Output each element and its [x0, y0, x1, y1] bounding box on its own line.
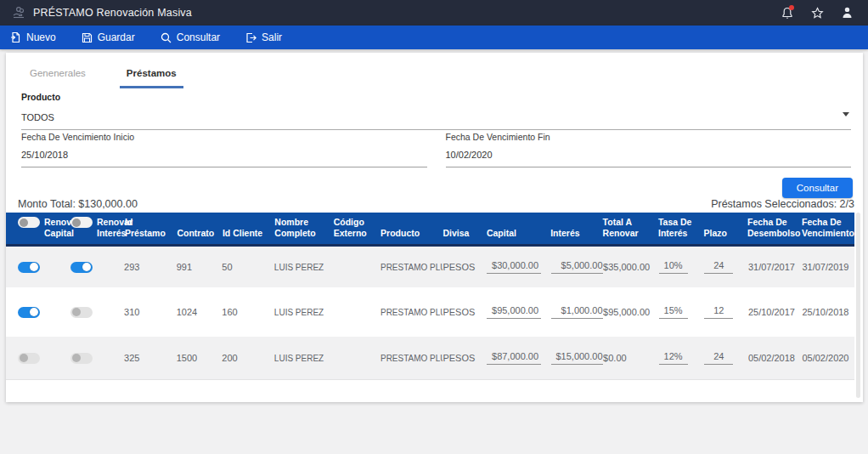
guardar-label: Guardar: [98, 31, 135, 43]
tab-generales[interactable]: Genenerales: [23, 66, 93, 88]
header-divisa: Divisa: [442, 228, 487, 239]
plazo-input[interactable]: 24: [704, 351, 733, 365]
contrato-cell: 991: [177, 262, 223, 272]
capital-input[interactable]: $95,000.00: [487, 305, 541, 319]
renovar-interes-toggle[interactable]: [70, 353, 93, 364]
renovar-capital-all-toggle[interactable]: [18, 217, 40, 228]
fecha-inicio-input[interactable]: Fecha De Vencimiento Inicio 25/10/2018: [21, 132, 427, 167]
user-icon[interactable]: [837, 4, 856, 21]
guardar-button[interactable]: Guardar: [82, 31, 135, 43]
header-renovar-interes: Renovar Interés: [70, 217, 125, 239]
header-id-prestamo: Id Préstamo: [125, 217, 177, 239]
renovar-interes-all-toggle[interactable]: [70, 217, 93, 228]
header-fecha-desembolso: Fecha De Desembolso: [747, 217, 802, 239]
id-prestamo-cell: 293: [124, 262, 177, 272]
table-row: 310 1024 160 LUIS PEREZ PRESTAMO PLUS PE…: [6, 287, 854, 337]
producto-value: TODOS: [21, 112, 54, 122]
main-panel: Genenerales Préstamos Producto TODOS Fec…: [6, 53, 863, 402]
bell-icon[interactable]: [778, 4, 797, 21]
nombre-completo-cell: LUIS PEREZ: [274, 354, 334, 363]
fecha-vencimiento-cell: 05/02/2020: [802, 353, 854, 363]
header-renovar-capital: Renovar Capital: [18, 217, 70, 239]
salir-label: Salir: [262, 31, 282, 43]
producto-select[interactable]: TODOS: [21, 102, 851, 130]
contrato-cell: 1024: [177, 307, 223, 317]
loan-hand-icon: [12, 6, 25, 20]
renovar-capital-toggle[interactable]: [18, 262, 40, 273]
divisa-cell: PESOS: [442, 262, 487, 272]
consultar-button[interactable]: Consultar: [782, 178, 853, 198]
fecha-inicio-label: Fecha De Vencimiento Inicio: [21, 132, 427, 142]
save-icon: [82, 32, 93, 43]
fecha-fin-input[interactable]: Fecha De Vencimiento Fin 10/02/2020: [446, 132, 852, 167]
interes-input[interactable]: $1,000.00: [551, 305, 604, 319]
new-document-icon: [10, 31, 21, 43]
fecha-vencimiento-cell: 25/10/2018: [802, 307, 854, 317]
consultar-toolbar-button[interactable]: Consultar: [161, 31, 220, 43]
app-title: PRÉSTAMO Renovación Masiva: [33, 7, 192, 19]
tasa-interes-input[interactable]: 15%: [659, 305, 688, 319]
header-total-a-renovar: Total A Renovar: [603, 217, 658, 239]
id-prestamo-cell: 310: [124, 307, 177, 317]
header-interes: Interés: [550, 228, 602, 239]
renovar-capital-toggle[interactable]: [18, 307, 40, 318]
tab-bar: Genenerales Préstamos: [6, 53, 863, 88]
nuevo-label: Nuevo: [26, 31, 56, 43]
id-cliente-cell: 200: [222, 353, 274, 363]
salir-button[interactable]: Salir: [245, 31, 282, 43]
producto-cell: PRESTAMO PLUS: [380, 354, 442, 363]
header-codigo-externo: Código Externo: [334, 217, 380, 239]
table-header-row: Renovar Capital Renovar Interés Id Prést…: [6, 213, 854, 247]
id-cliente-cell: 50: [222, 262, 274, 272]
prestamos-seleccionados: Préstamos Seleccionados: 2/3: [711, 198, 854, 210]
table-row: 325 1500 200 LUIS PEREZ PRESTAMO PLUS PE…: [6, 337, 854, 379]
consultar-toolbar-label: Consultar: [177, 31, 220, 43]
id-cliente-cell: 160: [222, 307, 274, 317]
monto-total: Monto Total: $130,000.00: [18, 198, 138, 210]
fecha-desembolso-cell: 25/10/2017: [748, 307, 803, 317]
capital-input[interactable]: $87,000.00: [487, 351, 541, 365]
notification-dot: [789, 5, 794, 10]
plazo-input[interactable]: 12: [704, 305, 733, 319]
nombre-completo-cell: LUIS PEREZ: [274, 263, 334, 272]
divisa-cell: PESOS: [442, 307, 487, 317]
id-prestamo-cell: 325: [124, 353, 177, 363]
title-bar: PRÉSTAMO Renovación Masiva: [0, 0, 868, 26]
table-body: 293 991 50 LUIS PEREZ PRESTAMO PLUS PESO…: [6, 247, 854, 380]
header-tasa-de-interes: Tasa De Interés: [658, 217, 704, 239]
tasa-interes-input[interactable]: 12%: [659, 351, 688, 365]
producto-label: Producto: [21, 92, 851, 102]
fecha-inicio-value: 25/10/2018: [21, 150, 427, 160]
table-row: 293 991 50 LUIS PEREZ PRESTAMO PLUS PESO…: [6, 247, 854, 287]
nuevo-button[interactable]: Nuevo: [10, 31, 56, 43]
tab-prestamos[interactable]: Préstamos: [120, 66, 183, 88]
capital-input[interactable]: $30,000.00: [487, 260, 541, 274]
header-producto: Producto: [380, 228, 442, 239]
table-scrollbar[interactable]: [856, 213, 860, 398]
loans-table: Renovar Capital Renovar Interés Id Prést…: [6, 213, 854, 380]
header-capital: Capital: [487, 228, 550, 239]
total-a-renovar-cell: $35,000.00: [603, 262, 659, 272]
exit-icon: [245, 32, 256, 43]
header-contrato: Contrato: [177, 228, 223, 239]
fecha-desembolso-cell: 05/02/2018: [748, 353, 803, 363]
header-fecha-vencimiento: Fecha De Vencimiento: [802, 217, 854, 239]
fecha-vencimiento-cell: 31/07/2019: [802, 262, 854, 272]
total-a-renovar-cell: $95,000.00: [603, 307, 659, 317]
star-icon[interactable]: [808, 4, 826, 21]
search-icon: [161, 32, 172, 43]
chevron-down-icon: [843, 112, 849, 116]
contrato-cell: 1500: [177, 353, 223, 363]
toolbar: Nuevo Guardar Consultar Salir: [0, 26, 868, 49]
nombre-completo-cell: LUIS PEREZ: [274, 308, 334, 317]
producto-cell: PRESTAMO PLUS: [380, 263, 442, 272]
divisa-cell: PESOS: [442, 353, 487, 363]
tasa-interes-input[interactable]: 10%: [659, 260, 688, 274]
plazo-input[interactable]: 24: [704, 260, 733, 274]
total-a-renovar-cell: $0.00: [603, 353, 659, 363]
interes-input[interactable]: $5,000.00: [551, 260, 604, 274]
renovar-interes-toggle[interactable]: [70, 262, 93, 273]
interes-input[interactable]: $15,000.00: [551, 351, 604, 365]
renovar-capital-toggle[interactable]: [18, 353, 40, 364]
renovar-interes-toggle[interactable]: [70, 307, 93, 318]
